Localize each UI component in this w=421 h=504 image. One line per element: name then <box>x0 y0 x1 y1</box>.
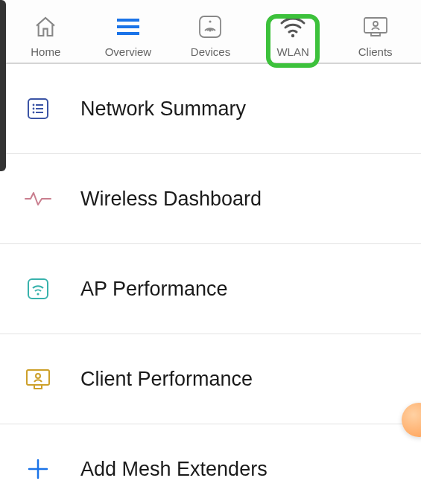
top-tab-bar: Home Overview Devices <box>0 0 421 64</box>
activity-icon <box>21 182 55 216</box>
tab-label: Devices <box>191 45 230 58</box>
svg-rect-1 <box>117 25 139 28</box>
menu-item-wireless-dashboard[interactable]: Wireless Dashboard <box>0 154 421 244</box>
wlan-icon <box>277 11 308 42</box>
menu-list: Network Summary Wireless Dashboard AP Pe… <box>0 64 421 504</box>
tab-label: Clients <box>358 45 393 58</box>
clients-icon <box>360 11 391 42</box>
plus-icon <box>21 452 55 486</box>
menu-item-label: AP Performance <box>80 278 228 301</box>
client-monitor-icon <box>21 362 55 396</box>
home-icon <box>30 11 61 42</box>
svg-point-12 <box>33 108 35 110</box>
svg-point-8 <box>373 22 378 26</box>
menu-item-label: Client Performance <box>80 368 253 391</box>
svg-point-5 <box>209 20 212 22</box>
svg-point-10 <box>33 104 35 106</box>
tab-label: Overview <box>105 45 152 58</box>
menu-item-ap-performance[interactable]: AP Performance <box>0 244 421 334</box>
menu-item-client-performance[interactable]: Client Performance <box>0 334 421 424</box>
menu-item-network-summary[interactable]: Network Summary <box>0 64 421 154</box>
devices-icon <box>194 11 226 42</box>
svg-rect-16 <box>28 279 48 299</box>
svg-rect-0 <box>117 19 139 22</box>
menu-item-label: Add Mesh Extenders <box>80 458 268 481</box>
menu-item-add-mesh-extenders[interactable]: Add Mesh Extenders <box>0 424 421 504</box>
tab-label: Home <box>31 45 60 58</box>
tab-home[interactable]: Home <box>4 11 87 63</box>
svg-rect-3 <box>200 16 221 37</box>
svg-point-14 <box>33 112 35 114</box>
svg-point-6 <box>291 34 294 37</box>
menu-item-label: Network Summary <box>80 98 246 121</box>
menu-icon <box>113 11 144 42</box>
list-icon <box>21 92 55 126</box>
tab-label: WLAN <box>276 45 308 58</box>
svg-point-19 <box>36 374 40 378</box>
tab-devices[interactable]: Devices <box>169 11 252 63</box>
tab-clients[interactable]: Clients <box>334 11 417 63</box>
tab-overview[interactable]: Overview <box>87 11 170 63</box>
menu-item-label: Wireless Dashboard <box>80 188 262 211</box>
svg-rect-2 <box>117 32 139 35</box>
svg-point-17 <box>37 293 39 295</box>
svg-point-4 <box>209 29 212 31</box>
svg-rect-7 <box>364 18 387 33</box>
wifi-square-icon <box>21 272 55 306</box>
tab-wlan[interactable]: WLAN <box>252 11 335 63</box>
